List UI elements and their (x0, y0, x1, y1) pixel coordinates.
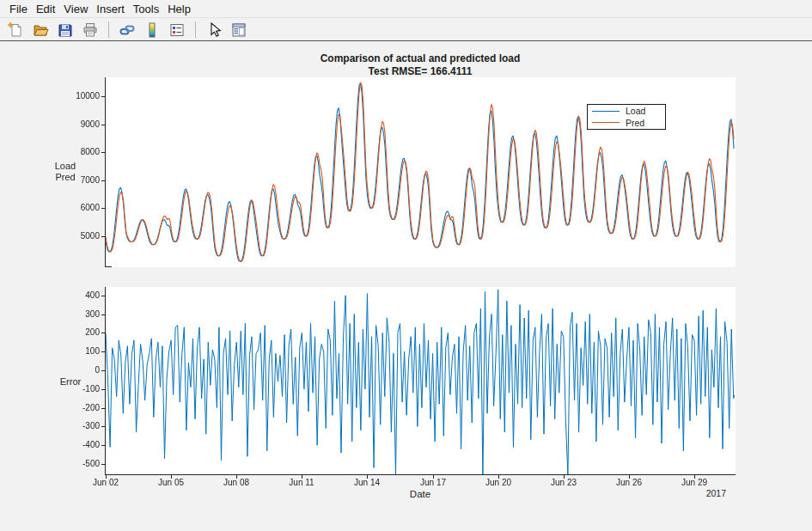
ytick-mark-error (101, 408, 106, 409)
menu-item-file[interactable]: File (5, 1, 32, 17)
error-plot-area[interactable] (105, 287, 736, 475)
ytick-label-error: -400 (60, 440, 100, 450)
ytick-label-load: 10000 (60, 91, 100, 101)
edit-plot-button[interactable] (204, 21, 224, 40)
plot-title-block: Comparison of actual and predicted load … (106, 52, 735, 78)
ytick-label-load: 7000 (60, 175, 100, 186)
matlab-figure-window: { "menubar": { "items": ["File", "Edit",… (0, 0, 812, 531)
xtick-label: Jun 08 (217, 478, 255, 488)
menu-item-edit[interactable]: Edit (32, 1, 59, 17)
xtick-label: Jun 17 (414, 478, 452, 488)
ytick-mark-error (101, 333, 106, 333)
xtick-mark (498, 475, 499, 479)
x-axis-year-label: 2017 (653, 488, 726, 499)
ytick-mark-error (101, 370, 106, 371)
ytick-label-load: 5000 (60, 231, 100, 241)
link-plot-button[interactable] (117, 21, 137, 40)
xtick-mark (694, 475, 695, 479)
new-figure-button[interactable] (5, 21, 26, 40)
xtick-label: Jun 26 (610, 478, 648, 488)
figure-toolbar (0, 19, 812, 41)
ytick-label-load: 9000 (60, 119, 100, 130)
save-figure-icon (57, 21, 74, 39)
link-plot-icon (119, 21, 136, 39)
xtick-label: Jun 20 (479, 478, 517, 488)
open-file-button[interactable] (30, 21, 51, 40)
xtick-mark (106, 475, 107, 479)
xtick-mark (171, 475, 172, 479)
new-figure-icon (7, 21, 24, 39)
open-file-icon (32, 21, 49, 39)
x-axis-label-date: Date (106, 489, 735, 500)
menu-item-view[interactable]: View (59, 1, 92, 17)
ytick-mark-error (101, 426, 106, 427)
ytick-label-error: -300 (60, 421, 100, 431)
xtick-mark (367, 475, 368, 479)
ytick-label-error: -100 (60, 384, 100, 394)
insert-colorbar-button[interactable] (142, 21, 162, 40)
xtick-label: Jun 14 (348, 478, 386, 488)
ytick-label-load: 6000 (60, 203, 100, 213)
top-plot-x-axis-stub (106, 266, 112, 267)
ytick-mark-load (101, 152, 106, 153)
ytick-mark-load (101, 236, 106, 237)
legend-line-pred (592, 122, 620, 123)
ytick-label-error: 0 (60, 365, 100, 375)
legend-entry-pred[interactable]: Pred (592, 118, 661, 129)
ytick-mark-error (101, 464, 106, 465)
insert-legend-icon (168, 21, 186, 39)
menu-item-tools[interactable]: Tools (129, 1, 163, 17)
menu-item-insert[interactable]: Insert (92, 1, 129, 17)
plot-title: Comparison of actual and predicted load (106, 52, 735, 65)
xtick-label: Jun 02 (87, 478, 125, 488)
ytick-label-error: -200 (60, 403, 100, 413)
xtick-label: Jun 29 (675, 478, 713, 488)
legend-label-pred: Pred (626, 118, 644, 128)
xtick-label: Jun 05 (152, 478, 190, 488)
ytick-label-error: -500 (60, 459, 100, 469)
xtick-mark (629, 475, 630, 479)
property-inspector-icon (230, 21, 247, 39)
edit-plot-icon (205, 21, 223, 39)
ytick-mark-error (101, 351, 106, 352)
ytick-label-error: 100 (60, 346, 100, 357)
legend-line-load (592, 111, 620, 112)
xtick-mark (433, 475, 434, 479)
insert-colorbar-icon (143, 21, 161, 39)
toolbar-separator (108, 21, 109, 38)
ytick-label-error: 200 (60, 327, 100, 338)
plot-subtitle: Test RMSE= 166.4111 (106, 65, 735, 78)
ytick-mark-load (101, 180, 106, 181)
property-inspector-button[interactable] (229, 21, 249, 40)
legend-box[interactable]: Load Pred (587, 104, 666, 130)
print-figure-icon (82, 21, 99, 39)
ytick-mark-error (101, 389, 106, 390)
ytick-mark-load (101, 96, 106, 97)
save-figure-button[interactable] (55, 21, 76, 40)
xtick-mark (236, 475, 237, 479)
insert-legend-button[interactable] (167, 21, 187, 40)
xtick-label: Jun 11 (283, 478, 321, 488)
print-figure-button[interactable] (80, 21, 101, 40)
ytick-label-load: 8000 (60, 147, 100, 157)
legend-label-load: Load (626, 106, 645, 116)
menu-bar: FileEditViewInsertToolsHelp (0, 0, 812, 18)
toolbar-separator (195, 21, 196, 38)
ytick-mark-error (101, 314, 106, 315)
ytick-mark-load (101, 125, 106, 125)
ytick-mark-error (101, 296, 106, 296)
xtick-label: Jun 23 (545, 478, 583, 488)
ytick-label-error: 300 (60, 309, 100, 320)
xtick-mark (564, 475, 565, 479)
ytick-mark-load (101, 208, 106, 209)
xtick-mark (302, 475, 302, 479)
ytick-mark-error (101, 445, 106, 446)
error-canvas[interactable] (106, 287, 735, 474)
legend-entry-load[interactable]: Load (592, 106, 661, 117)
ytick-label-error: 400 (60, 290, 100, 301)
menu-item-help[interactable]: Help (163, 1, 195, 17)
